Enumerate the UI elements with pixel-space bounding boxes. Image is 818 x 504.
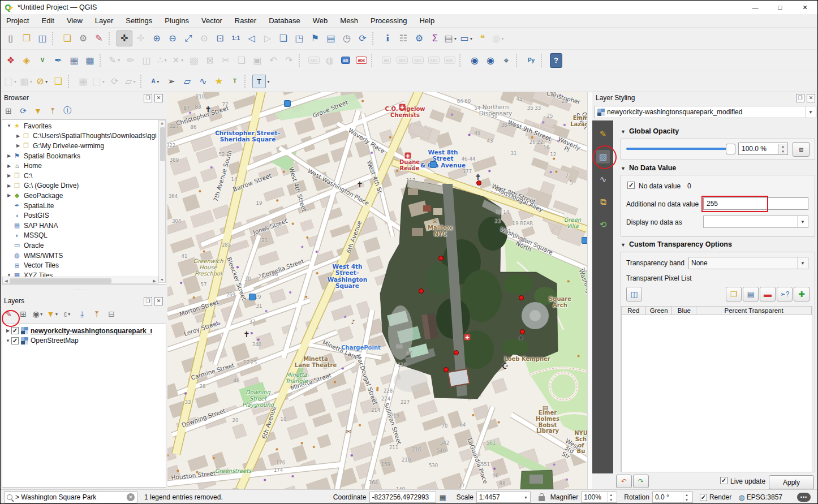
layer-visibility-checkbox[interactable]: ✓ xyxy=(11,337,19,344)
additional-no-data-input[interactable]: 255 xyxy=(703,197,808,210)
menu-view[interactable]: View xyxy=(67,16,83,25)
remove-layer-button[interactable]: ⊟ xyxy=(105,308,118,320)
browser-item-oracle[interactable]: ▭Oracle xyxy=(2,240,166,251)
data-defined-override-button[interactable]: ⧈ xyxy=(793,142,810,157)
style-undo-button[interactable]: ↶ xyxy=(616,475,632,488)
help-contents-button[interactable]: ? xyxy=(549,53,563,68)
add-postgis-layer-button[interactable]: ▦ xyxy=(67,53,81,68)
opacity-slider-handle[interactable] xyxy=(726,144,735,154)
browser-item-spatialite[interactable]: ✒SpatiaLite xyxy=(2,201,166,211)
create-line-annotation-button[interactable]: ∿ xyxy=(196,74,210,89)
messages-icon[interactable]: ••• xyxy=(797,493,811,502)
extents-toggle-icon[interactable]: ▦ xyxy=(440,493,446,502)
browser-item-mssql[interactable]: ◗MSSQL xyxy=(2,231,166,241)
expander-icon[interactable]: ▶ xyxy=(6,163,12,169)
expander-icon[interactable]: ▶ xyxy=(15,143,21,148)
scale-select[interactable]: 1:4457 ▼ xyxy=(476,492,531,503)
menu-raster[interactable]: Raster xyxy=(235,16,256,25)
opacity-spinner[interactable]: ▲▼ xyxy=(778,144,787,154)
layer-item-openstreetmap[interactable]: ▼✓OpenStreetMap xyxy=(2,336,166,346)
filter-browser-button[interactable]: ▼ xyxy=(31,105,45,117)
osm-place-search-button[interactable]: ⌖ xyxy=(499,53,514,68)
menu-vector[interactable]: Vector xyxy=(201,16,222,25)
metasearch-add-button[interactable]: ◉ xyxy=(467,53,482,68)
menu-plugins[interactable]: Plugins xyxy=(165,16,189,25)
browser-item-sap-hana[interactable]: ▦SAP HANA xyxy=(2,221,166,231)
clear-search-icon[interactable]: ✕ xyxy=(127,493,135,501)
minimize-button[interactable]: — xyxy=(743,1,768,14)
menu-project[interactable]: Project xyxy=(6,16,29,25)
menu-edit[interactable]: Edit xyxy=(41,16,54,25)
open-layer-styling-panel-button[interactable]: ✎ xyxy=(2,308,15,320)
no-data-value-header[interactable]: ▼No Data Value xyxy=(621,164,676,172)
browser-item-folder[interactable]: ▶❐C:\Users\SpatialThoughts\Downloads\qgi xyxy=(2,131,166,141)
styling-float-icon[interactable]: ❐ xyxy=(796,94,804,102)
create-marker-annotation-button[interactable]: ★ xyxy=(212,74,226,89)
tab-legend[interactable]: ⧉ xyxy=(596,195,610,209)
expander-icon[interactable]: ▼ xyxy=(5,338,11,343)
browser-item-star[interactable]: ▼★Favorites xyxy=(2,121,166,131)
zoom-native-button[interactable]: 1:1 xyxy=(229,31,243,46)
zoom-last-button[interactable]: ◁ xyxy=(244,31,259,46)
layer-visibility-checkbox[interactable]: ✓ xyxy=(11,327,19,334)
custom-transparency-header[interactable]: ▼Custom Transparency Options xyxy=(621,240,732,248)
magnifier-input[interactable]: 100% ▲▼ xyxy=(581,492,617,503)
layer-labeling-single-button[interactable]: abc xyxy=(354,53,369,68)
opacity-value-field[interactable]: 100.0 % ▲▼ xyxy=(738,143,788,155)
layers-float-icon[interactable]: ❐ xyxy=(144,297,152,305)
add-vector-layer-button[interactable]: ◈ xyxy=(19,53,34,68)
processing-toolbox-button[interactable]: ⚙ xyxy=(412,31,427,46)
browser-vscrollbar[interactable]: ▲ ▼ xyxy=(158,120,166,283)
add-virtual-layer-button[interactable]: ▩ xyxy=(83,53,97,68)
open-data-source-manager-button[interactable]: ❖ xyxy=(3,53,18,68)
layer-labeling-button[interactable]: ab xyxy=(338,53,353,68)
map-tips-button[interactable]: ❝ xyxy=(475,31,490,46)
styling-close-icon[interactable]: ✕ xyxy=(807,94,815,102)
select-annotation-button[interactable]: ➢ xyxy=(164,74,179,89)
expand-all-button[interactable]: ⤓ xyxy=(75,308,89,320)
expander-icon[interactable]: ▶ xyxy=(6,153,12,158)
layer-item-raster[interactable]: ▶✓newyorkcity-washingtonsquarepark_modif… xyxy=(2,326,166,336)
collapse-all-button[interactable]: ⤒ xyxy=(46,105,59,117)
identify-features-button[interactable]: ℹ xyxy=(380,31,395,46)
properties-button[interactable]: ⓘ xyxy=(61,105,74,117)
rotation-input[interactable]: 0.0 ° ▲▼ xyxy=(652,492,693,503)
new-project-button[interactable]: ▯ xyxy=(3,31,18,46)
menu-mesh[interactable]: Mesh xyxy=(340,16,358,25)
layers-close-icon[interactable]: ✕ xyxy=(154,297,163,305)
expander-icon[interactable]: ▶ xyxy=(15,133,21,139)
measure-line-button[interactable]: ▭▼ xyxy=(459,31,474,46)
map-vscrollbar[interactable] xyxy=(587,92,592,489)
magnifier-spinner[interactable]: ▲▼ xyxy=(607,492,614,502)
menu-layer[interactable]: Layer xyxy=(95,16,114,25)
remove-row-button[interactable]: ▬ xyxy=(760,287,776,301)
rotation-spinner[interactable]: ▲▼ xyxy=(683,492,690,502)
browser-float-icon[interactable]: ❐ xyxy=(144,94,152,102)
no-data-checkbox[interactable]: ✓ xyxy=(627,182,635,189)
expander-icon[interactable]: ▶ xyxy=(6,193,12,198)
transparent-pixel-table[interactable]: RedGreenBluePercent Transparent xyxy=(621,306,812,472)
show-layout-manager-button[interactable]: ⚙ xyxy=(76,31,91,46)
menu-web[interactable]: Web xyxy=(313,16,328,25)
zoom-in-button[interactable]: ⊕ xyxy=(149,31,164,46)
new-map-view-button[interactable]: ❏ xyxy=(276,31,291,46)
add-group-button[interactable]: ⊞ xyxy=(16,308,30,320)
show-bookmarks-button[interactable]: ▤ xyxy=(324,31,338,46)
refresh-button[interactable]: ⟳ xyxy=(16,105,30,117)
global-opacity-header[interactable]: ▼Global Opacity xyxy=(621,127,679,135)
map-canvas[interactable]: Christopher StreetChristopher Street– Sh… xyxy=(167,92,587,489)
browser-item-drive[interactable]: ▶❐G:\ (Google Drive) xyxy=(2,181,166,191)
save-pixel-list-button[interactable]: ◫ xyxy=(626,287,642,301)
close-button[interactable]: ✕ xyxy=(793,1,817,14)
browser-item-home[interactable]: ▶⌂Home xyxy=(2,161,166,171)
add-ogr-layer-button[interactable]: V xyxy=(35,53,50,68)
expander-icon[interactable]: ▶ xyxy=(6,183,12,188)
browser-item-postgis[interactable]: ◖PostGIS xyxy=(2,210,166,221)
zoom-to-layer-button[interactable]: ⊡ xyxy=(213,31,227,46)
pick-from-map-button[interactable]: ➢? xyxy=(777,287,793,301)
lock-scale-icon[interactable] xyxy=(539,496,545,501)
new-spatial-bookmark-button[interactable]: ⚑ xyxy=(308,31,322,46)
zoom-out-button[interactable]: ⊖ xyxy=(165,31,180,46)
python-console-button[interactable]: Py xyxy=(524,53,539,68)
zoom-full-button[interactable]: ⤢ xyxy=(181,31,196,46)
